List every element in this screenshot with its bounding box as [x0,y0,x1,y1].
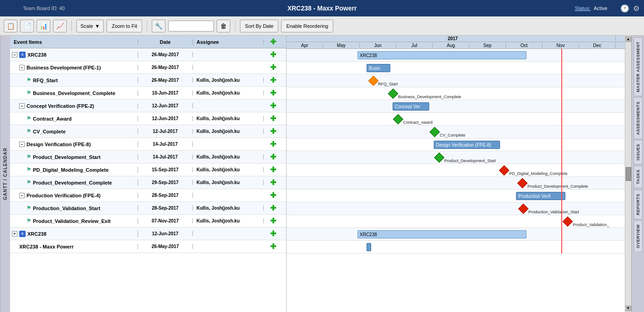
row-assignee-9: Kullis, Josh(josh.ku [193,167,264,172]
gantt-bar-15[interactable] [367,243,371,251]
year-cell-2017: 2017 [287,36,616,41]
scale-button[interactable]: Scale ▼ [76,20,104,32]
gantt-chart: 2017 Apr May Jun Jul Aug Sep Oct Nov Dec [287,36,625,254]
diamond-pd-digital[interactable] [499,165,510,176]
expand-btn-7[interactable]: − [19,142,25,147]
row-date-3: 10-Jun-2017 [138,90,193,95]
milestone-label-10: Product_Development_Complete [527,184,588,189]
enable-reordering-button[interactable]: Enable Reordering [281,20,333,32]
row-assignee-10: Kullis, Josh(josh.ku [193,180,264,185]
bar-label-11: Production Verif [518,194,551,199]
gantt-bar-7[interactable]: Design Verification (FPE-8) [434,141,500,149]
toolbar: 📋 📄 📊 📈 Scale ▼ Zoom to Fit 🔧 🗑 Sort By … [0,16,644,36]
diamond-cv-complete[interactable] [430,127,440,137]
table-row: ⚑ Product_Validation_Review_Exit 07-Nov-… [10,215,286,227]
gantt-row-13: Product_Validation_ [287,215,625,228]
month-jun: Jun [360,43,396,48]
table-row: − X XRC238 26-May-2017 ✚ [10,48,286,61]
gantt-bar-4[interactable]: Concept Ver [393,102,429,111]
diamond-contract[interactable] [393,114,404,125]
expand-btn-4[interactable]: − [19,103,25,109]
row-assignee-3: Kullis, Josh(josh.ku [193,90,264,95]
toolbar-excel2[interactable]: 📈 [53,20,67,32]
gantt-bar-11[interactable]: Production Verif [516,192,565,200]
gantt-row-0: XRC238 [287,49,625,62]
scroll-thumb[interactable] [626,167,631,181]
tab-issues[interactable]: ISSUES [633,140,643,164]
tab-tasks[interactable]: TASKS [633,165,643,188]
month-apr: Apr [287,43,323,48]
expand-btn-1[interactable]: − [19,65,25,70]
scroll-up[interactable]: ▲ [626,37,631,42]
diamond-pd-complete[interactable] [517,178,528,189]
gantt-row-1: Busin [287,62,625,74]
flag-icon-3: ⚑ [27,90,31,96]
row-name-8: Product_Development_Start [33,154,101,160]
left-panel: Event Items Date Assignee ✚ − X XRC238 2… [10,36,287,312]
scroll-down[interactable]: ▼ [626,306,631,311]
bar-label-4: Concept Ver [395,104,420,109]
gantt-body: XRC238 Busin RFQ_Start [287,49,625,254]
row-date-13: 07-Nov-2017 [138,218,193,223]
clear-search-icon[interactable]: 🗑 [217,20,230,32]
expand-btn-0[interactable]: − [12,52,17,58]
zoom-to-fit-button[interactable]: Zoom to Fit [106,20,142,32]
expand-btn-14[interactable]: + [12,231,17,237]
flag-icon-6: ⚑ [27,128,31,134]
flag-icon-12: ⚑ [27,205,31,211]
table-row: ⚑ Product_Development_Start 14-Jul-2017 … [10,151,286,164]
row-date-12: 28-Sep-2017 [138,206,193,211]
row-date-11: 28-Sep-2017 [138,193,193,198]
toolbar-excel1[interactable]: 📊 [37,20,50,32]
tools-icon[interactable]: ⚙ [633,4,639,13]
diamond-pv-start[interactable] [518,204,529,214]
diamond-pd-start[interactable] [434,153,445,163]
gantt-bar-14[interactable]: XRC238 [357,230,527,238]
row-date-7: 14-Jul-2017 [138,142,193,147]
row-name-7: Design Verification (FPE-8) [27,142,91,147]
today-line [561,49,562,254]
row-date-9: 15-Sep-2017 [138,167,193,172]
tab-reports[interactable]: REPORTS [633,190,643,219]
toolbar-icon1[interactable]: 📋 [4,20,17,32]
table-row: − Concept Verification (FPE-2) 12-Jun-20… [10,100,286,112]
tab-overview[interactable]: OVERVIEW [633,220,643,252]
milestone-label-9: PD_Digital_Modeling_Complete [509,171,568,176]
diamond-rfq-start[interactable] [368,76,379,86]
right-panel[interactable]: 2017 Apr May Jun Jul Aug Sep Oct Nov Dec [287,36,625,312]
gantt-row-9: PD_Digital_Modeling_Complete [287,164,625,177]
row-date-15: 26-May-2017 [138,244,193,249]
main-container: GANTT / CALENDAR Event Items Date Assign… [0,36,644,312]
row-name-3: Business_Development_Complete [33,90,115,96]
col-header-assignee: Assignee [193,39,264,45]
row-name-14: XRC238 [27,231,47,237]
row-assignee-5: Kullis, Josh(josh.ku [193,116,264,121]
gantt-bar-1[interactable]: Busin [367,64,390,72]
row-name-9: PD_Digital_Modeling_Complete [33,167,109,173]
gantt-row-3: Business_Development_Complete [287,87,625,100]
row-assignee-8: Kullis, Josh(josh.ku [193,154,264,159]
xrc-icon-14: X [19,231,26,237]
grid-area: Event Items Date Assignee ✚ − X XRC238 2… [10,36,631,312]
table-row: ⚑ CV_Complete 12-Jul-2017 Kullis, Josh(j… [10,125,286,138]
toolbar-icon2[interactable]: 📄 [20,20,34,32]
scrollbar[interactable]: ▲ ▼ [625,36,631,312]
clock-icon[interactable]: 🕐 [620,4,629,13]
gantt-calendar-label[interactable]: GANTT / CALENDAR [0,36,10,312]
gantt-row-12: Production_Validation_Start [287,202,625,215]
tab-master-assessment[interactable]: MASTER ASSESSMENT [633,37,643,96]
row-name-15: XRC238 - Maxx Powerr [12,244,74,249]
sort-by-date-button[interactable]: Sort By Date [240,20,278,32]
diamond-pv-review[interactable] [563,217,573,227]
app-title: XRC238 - Maxx Powerr [287,5,357,12]
row-name-0: XRC238 [27,52,47,58]
diamond-biz-dev[interactable] [388,89,399,99]
table-row: + X XRC238 12-Jun-2017 ✚ [10,227,286,240]
milestone-label-5: Contract_Award [403,120,432,125]
search-input[interactable] [168,21,214,32]
gantt-bar-0[interactable]: XRC238 [357,51,527,59]
filter-icon[interactable]: 🔧 [152,20,165,32]
tab-assessments[interactable]: ASSESSMENTS [633,97,643,139]
expand-btn-11[interactable]: − [19,193,25,198]
table-row: ⚑ Contract_Award 12-Jun-2017 Kullis, Jos… [10,112,286,125]
